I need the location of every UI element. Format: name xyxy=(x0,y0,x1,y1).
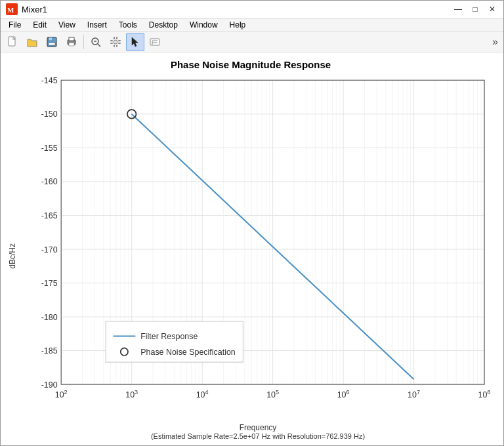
open-file-button[interactable] xyxy=(23,33,41,51)
menu-desktop[interactable]: Desktop xyxy=(144,19,183,31)
chart-wrapper: -145 -150 -155 -160 -165 -170 -175 -180 … xyxy=(20,73,495,422)
svg-rect-19 xyxy=(118,43,121,44)
chart-svg: -145 -150 -155 -160 -165 -170 -175 -180 … xyxy=(20,73,495,422)
svg-text:107: 107 xyxy=(408,390,420,400)
svg-text:-155: -155 xyxy=(41,144,58,153)
svg-text:-175: -175 xyxy=(41,279,58,288)
menu-tools[interactable]: Tools xyxy=(114,19,142,31)
new-file-button[interactable] xyxy=(3,33,22,51)
y-axis-label: dBc/Hz xyxy=(6,73,19,440)
toolbar: » xyxy=(1,32,503,52)
data-tips-button[interactable] xyxy=(146,33,164,51)
svg-rect-16 xyxy=(110,40,113,41)
svg-rect-4 xyxy=(49,37,52,41)
svg-text:-185: -185 xyxy=(41,346,58,355)
svg-text:108: 108 xyxy=(478,390,491,400)
svg-text:-150: -150 xyxy=(41,110,58,119)
title-bar-left: M Mixer1 xyxy=(6,3,47,15)
menu-window[interactable]: Window xyxy=(184,19,223,31)
matlab-icon: M xyxy=(6,3,18,15)
menu-file[interactable]: File xyxy=(3,19,26,31)
svg-text:-160: -160 xyxy=(41,178,58,187)
svg-point-20 xyxy=(114,40,117,44)
svg-text:-190: -190 xyxy=(41,380,58,390)
toolbar-separator-1 xyxy=(83,35,84,49)
select-icon xyxy=(129,36,141,48)
svg-line-11 xyxy=(98,44,100,47)
zoom-out-icon xyxy=(90,36,102,48)
chart-and-xaxis: -145 -150 -155 -160 -165 -170 -175 -180 … xyxy=(20,73,495,440)
svg-text:-165: -165 xyxy=(41,211,58,220)
minimize-button[interactable]: — xyxy=(452,4,464,14)
svg-rect-14 xyxy=(114,45,115,47)
menu-insert[interactable]: Insert xyxy=(82,19,112,31)
zoom-out-button[interactable] xyxy=(87,33,105,51)
menu-help[interactable]: Help xyxy=(224,19,251,31)
maximize-button[interactable]: □ xyxy=(469,4,481,14)
svg-text:106: 106 xyxy=(337,390,350,400)
svg-rect-18 xyxy=(118,40,121,41)
svg-rect-5 xyxy=(49,43,55,45)
svg-text:102: 102 xyxy=(55,390,68,400)
menubar: File Edit View Insert Tools Desktop Wind… xyxy=(1,19,503,33)
select-button[interactable] xyxy=(126,33,144,51)
menu-view[interactable]: View xyxy=(53,19,81,31)
data-tips-icon xyxy=(149,36,161,48)
close-button[interactable]: ✕ xyxy=(486,4,498,14)
svg-rect-8 xyxy=(69,43,74,46)
title-bar: M Mixer1 — □ ✕ xyxy=(1,1,503,19)
main-window: M Mixer1 — □ ✕ File Edit View Insert Too… xyxy=(0,0,504,446)
svg-rect-17 xyxy=(110,43,113,44)
svg-rect-15 xyxy=(116,45,117,47)
svg-text:104: 104 xyxy=(196,390,209,400)
legend-spec-label: Phase Noise Specification xyxy=(140,348,236,357)
save-icon xyxy=(46,36,58,48)
menu-edit[interactable]: Edit xyxy=(28,19,52,31)
x-axis-label: Frequency xyxy=(20,423,495,432)
save-button[interactable] xyxy=(43,33,61,51)
pan-button[interactable] xyxy=(106,33,125,51)
new-file-icon xyxy=(7,36,18,48)
plot-container: Phase Noise Magnitude Response dBc/Hz xyxy=(6,58,495,440)
svg-text:-145: -145 xyxy=(41,76,58,85)
svg-text:-170: -170 xyxy=(41,245,58,254)
subtitle-label: (Estimated Sample Rate=2.5e+07 Hz with R… xyxy=(20,432,495,440)
y-axis-ticks: -145 -150 -155 -160 -165 -170 -175 -180 … xyxy=(41,76,58,390)
title-bar-controls: — □ ✕ xyxy=(452,4,498,14)
svg-marker-21 xyxy=(132,37,138,47)
open-file-icon xyxy=(26,36,38,48)
svg-text:M: M xyxy=(7,6,14,14)
print-icon xyxy=(66,36,77,48)
toolbar-expand[interactable]: » xyxy=(490,36,501,48)
legend-filter-label: Filter Response xyxy=(140,332,198,341)
svg-rect-12 xyxy=(114,37,115,39)
main-content: Phase Noise Magnitude Response dBc/Hz xyxy=(1,52,503,445)
svg-rect-13 xyxy=(116,37,117,39)
svg-rect-7 xyxy=(69,37,74,41)
window-title: Mixer1 xyxy=(22,5,47,14)
plot-title: Phase Noise Magnitude Response xyxy=(6,59,495,70)
plot-area: dBc/Hz xyxy=(6,73,495,440)
svg-text:-180: -180 xyxy=(41,313,58,322)
print-button[interactable] xyxy=(62,33,81,51)
x-axis-ticks: 102 103 104 105 106 107 108 xyxy=(55,390,491,400)
svg-text:105: 105 xyxy=(266,390,279,400)
svg-text:103: 103 xyxy=(125,390,138,400)
svg-rect-22 xyxy=(150,39,159,45)
pan-icon xyxy=(110,36,121,48)
